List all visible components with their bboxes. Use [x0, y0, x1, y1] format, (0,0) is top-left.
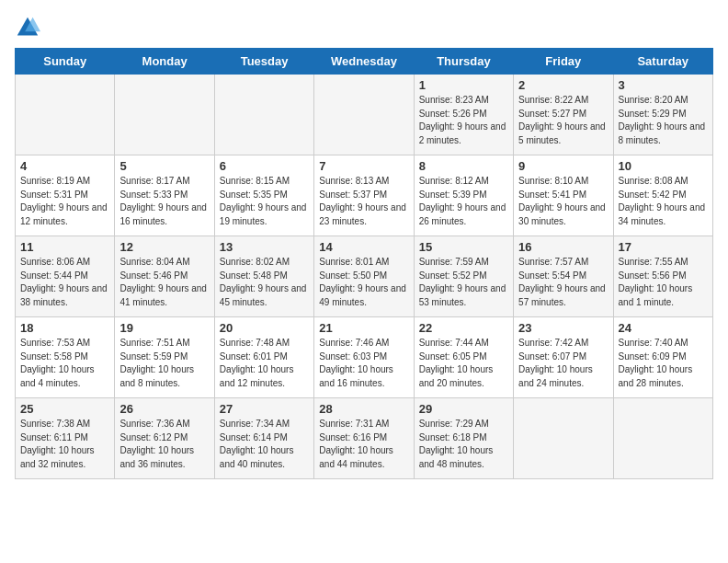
- day-info: Sunrise: 8:13 AM Sunset: 5:37 PM Dayligh…: [319, 175, 408, 228]
- page-header: [15, 15, 713, 40]
- calendar-cell: 28Sunrise: 7:31 AM Sunset: 6:16 PM Dayli…: [314, 398, 414, 479]
- calendar-cell: 17Sunrise: 7:55 AM Sunset: 5:56 PM Dayli…: [613, 236, 712, 317]
- day-number: 10: [619, 159, 708, 173]
- calendar-cell: 27Sunrise: 7:34 AM Sunset: 6:14 PM Dayli…: [214, 398, 313, 479]
- calendar-week-row: 11Sunrise: 8:06 AM Sunset: 5:44 PM Dayli…: [16, 236, 713, 317]
- day-number: 28: [319, 402, 408, 416]
- day-number: 2: [518, 78, 608, 92]
- calendar-cell: 15Sunrise: 7:59 AM Sunset: 5:52 PM Dayli…: [414, 236, 513, 317]
- day-number: 25: [20, 402, 109, 416]
- day-info: Sunrise: 7:31 AM Sunset: 6:16 PM Dayligh…: [319, 418, 408, 471]
- calendar-cell: [514, 398, 613, 479]
- calendar-cell: 25Sunrise: 7:38 AM Sunset: 6:11 PM Dayli…: [16, 398, 115, 479]
- day-number: 14: [319, 240, 408, 254]
- calendar-cell: 18Sunrise: 7:53 AM Sunset: 5:58 PM Dayli…: [16, 317, 115, 398]
- calendar-cell: 29Sunrise: 7:29 AM Sunset: 6:18 PM Dayli…: [414, 398, 513, 479]
- day-info: Sunrise: 8:23 AM Sunset: 5:26 PM Dayligh…: [419, 94, 508, 147]
- calendar-week-row: 18Sunrise: 7:53 AM Sunset: 5:58 PM Dayli…: [16, 317, 713, 398]
- calendar-week-row: 4Sunrise: 8:19 AM Sunset: 5:31 PM Daylig…: [16, 155, 713, 236]
- day-number: 17: [619, 240, 708, 254]
- day-info: Sunrise: 7:40 AM Sunset: 6:09 PM Dayligh…: [619, 337, 708, 390]
- day-info: Sunrise: 7:53 AM Sunset: 5:58 PM Dayligh…: [20, 337, 109, 390]
- day-number: 23: [518, 321, 608, 335]
- day-info: Sunrise: 7:48 AM Sunset: 6:01 PM Dayligh…: [220, 337, 309, 390]
- calendar-cell: 24Sunrise: 7:40 AM Sunset: 6:09 PM Dayli…: [613, 317, 712, 398]
- day-info: Sunrise: 8:10 AM Sunset: 5:41 PM Dayligh…: [518, 175, 608, 228]
- calendar-week-row: 1Sunrise: 8:23 AM Sunset: 5:26 PM Daylig…: [16, 75, 713, 155]
- day-number: 1: [419, 78, 508, 92]
- calendar-cell: 3Sunrise: 8:20 AM Sunset: 5:29 PM Daylig…: [613, 75, 712, 155]
- day-info: Sunrise: 7:29 AM Sunset: 6:18 PM Dayligh…: [419, 418, 508, 471]
- day-info: Sunrise: 8:17 AM Sunset: 5:33 PM Dayligh…: [119, 175, 209, 228]
- day-info: Sunrise: 8:04 AM Sunset: 5:46 PM Dayligh…: [119, 256, 209, 309]
- calendar-cell: [314, 75, 414, 155]
- header-cell-monday: Monday: [115, 49, 214, 75]
- header-cell-tuesday: Tuesday: [214, 49, 313, 75]
- day-number: 3: [619, 78, 708, 92]
- day-number: 27: [220, 402, 309, 416]
- calendar-cell: 21Sunrise: 7:46 AM Sunset: 6:03 PM Dayli…: [314, 317, 414, 398]
- day-info: Sunrise: 7:57 AM Sunset: 5:54 PM Dayligh…: [518, 256, 608, 309]
- calendar-cell: 9Sunrise: 8:10 AM Sunset: 5:41 PM Daylig…: [514, 155, 613, 236]
- calendar-cell: 2Sunrise: 8:22 AM Sunset: 5:27 PM Daylig…: [514, 75, 613, 155]
- calendar-cell: 8Sunrise: 8:12 AM Sunset: 5:39 PM Daylig…: [414, 155, 513, 236]
- day-info: Sunrise: 8:12 AM Sunset: 5:39 PM Dayligh…: [419, 175, 508, 228]
- day-info: Sunrise: 8:22 AM Sunset: 5:27 PM Dayligh…: [518, 94, 608, 147]
- calendar-cell: 23Sunrise: 7:42 AM Sunset: 6:07 PM Dayli…: [514, 317, 613, 398]
- day-number: 21: [319, 321, 408, 335]
- day-number: 5: [119, 159, 209, 173]
- calendar-cell: 20Sunrise: 7:48 AM Sunset: 6:01 PM Dayli…: [214, 317, 313, 398]
- day-number: 12: [119, 240, 209, 254]
- day-number: 16: [518, 240, 608, 254]
- day-info: Sunrise: 7:51 AM Sunset: 5:59 PM Dayligh…: [119, 337, 209, 390]
- calendar-week-row: 25Sunrise: 7:38 AM Sunset: 6:11 PM Dayli…: [16, 398, 713, 479]
- day-info: Sunrise: 8:20 AM Sunset: 5:29 PM Dayligh…: [619, 94, 708, 147]
- calendar-cell: 14Sunrise: 8:01 AM Sunset: 5:50 PM Dayli…: [314, 236, 414, 317]
- calendar-cell: 10Sunrise: 8:08 AM Sunset: 5:42 PM Dayli…: [613, 155, 712, 236]
- day-number: 4: [20, 159, 109, 173]
- calendar-table: SundayMondayTuesdayWednesdayThursdayFrid…: [15, 48, 713, 479]
- header-cell-sunday: Sunday: [16, 49, 115, 75]
- day-info: Sunrise: 7:42 AM Sunset: 6:07 PM Dayligh…: [518, 337, 608, 390]
- header-cell-friday: Friday: [514, 49, 613, 75]
- header-cell-saturday: Saturday: [613, 49, 712, 75]
- calendar-cell: 1Sunrise: 8:23 AM Sunset: 5:26 PM Daylig…: [414, 75, 513, 155]
- calendar-cell: 26Sunrise: 7:36 AM Sunset: 6:12 PM Dayli…: [115, 398, 214, 479]
- calendar-cell: 13Sunrise: 8:02 AM Sunset: 5:48 PM Dayli…: [214, 236, 313, 317]
- day-info: Sunrise: 7:44 AM Sunset: 6:05 PM Dayligh…: [419, 337, 508, 390]
- calendar-cell: 12Sunrise: 8:04 AM Sunset: 5:46 PM Dayli…: [115, 236, 214, 317]
- day-info: Sunrise: 7:34 AM Sunset: 6:14 PM Dayligh…: [220, 418, 309, 471]
- day-number: 13: [220, 240, 309, 254]
- calendar-cell: [115, 75, 214, 155]
- header-cell-wednesday: Wednesday: [314, 49, 414, 75]
- day-info: Sunrise: 7:46 AM Sunset: 6:03 PM Dayligh…: [319, 337, 408, 390]
- day-info: Sunrise: 7:38 AM Sunset: 6:11 PM Dayligh…: [20, 418, 109, 471]
- day-number: 24: [619, 321, 708, 335]
- calendar-cell: 5Sunrise: 8:17 AM Sunset: 5:33 PM Daylig…: [115, 155, 214, 236]
- day-info: Sunrise: 8:06 AM Sunset: 5:44 PM Dayligh…: [20, 256, 109, 309]
- calendar-cell: [214, 75, 313, 155]
- day-info: Sunrise: 8:19 AM Sunset: 5:31 PM Dayligh…: [20, 175, 109, 228]
- header-cell-thursday: Thursday: [414, 49, 513, 75]
- day-number: 19: [119, 321, 209, 335]
- day-info: Sunrise: 8:08 AM Sunset: 5:42 PM Dayligh…: [619, 175, 708, 228]
- calendar-cell: 4Sunrise: 8:19 AM Sunset: 5:31 PM Daylig…: [16, 155, 115, 236]
- calendar-cell: [16, 75, 115, 155]
- calendar-cell: 6Sunrise: 8:15 AM Sunset: 5:35 PM Daylig…: [214, 155, 313, 236]
- calendar-cell: 22Sunrise: 7:44 AM Sunset: 6:05 PM Dayli…: [414, 317, 513, 398]
- day-info: Sunrise: 7:59 AM Sunset: 5:52 PM Dayligh…: [419, 256, 508, 309]
- day-number: 29: [419, 402, 508, 416]
- day-number: 11: [20, 240, 109, 254]
- day-info: Sunrise: 8:01 AM Sunset: 5:50 PM Dayligh…: [319, 256, 408, 309]
- day-number: 7: [319, 159, 408, 173]
- day-number: 22: [419, 321, 508, 335]
- day-number: 15: [419, 240, 508, 254]
- calendar-cell: 11Sunrise: 8:06 AM Sunset: 5:44 PM Dayli…: [16, 236, 115, 317]
- day-number: 26: [119, 402, 209, 416]
- day-number: 9: [518, 159, 608, 173]
- logo: [15, 15, 44, 40]
- calendar-cell: 7Sunrise: 8:13 AM Sunset: 5:37 PM Daylig…: [314, 155, 414, 236]
- calendar-cell: 16Sunrise: 7:57 AM Sunset: 5:54 PM Dayli…: [514, 236, 613, 317]
- calendar-body: 1Sunrise: 8:23 AM Sunset: 5:26 PM Daylig…: [16, 75, 713, 479]
- day-number: 8: [419, 159, 508, 173]
